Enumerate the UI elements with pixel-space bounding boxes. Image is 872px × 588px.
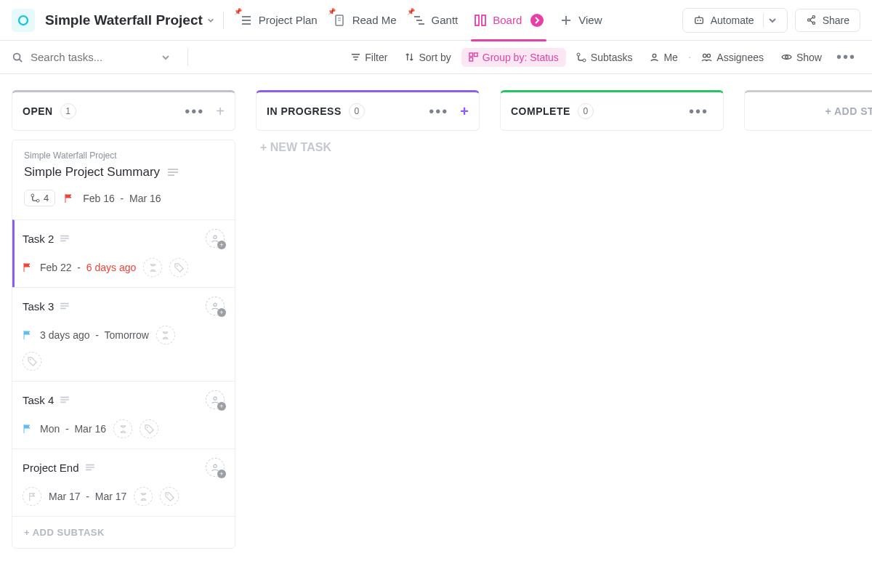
sort-button[interactable]: Sort by (397, 48, 458, 67)
svg-point-25 (214, 235, 217, 238)
svg-point-13 (14, 53, 20, 60)
subtask-title: Task 2 (23, 233, 54, 245)
project-title[interactable]: Simple Waterfall Project (45, 12, 214, 28)
tab-label: View (578, 14, 602, 26)
me-button[interactable]: Me (642, 48, 685, 67)
svg-rect-4 (419, 23, 424, 25)
tab-gantt[interactable]: 📌 Gantt (405, 9, 466, 31)
svg-point-19 (653, 54, 657, 57)
subtask-card[interactable]: Task 3+3 days ago - Tomorrow (12, 287, 235, 381)
task-card-group: Simple Waterfall Project Simple Project … (12, 140, 235, 549)
filter-icon (351, 52, 360, 62)
subtask-count-badge[interactable]: 4 (24, 190, 55, 206)
more-button[interactable]: ••• (832, 49, 860, 65)
date-range[interactable]: Feb 16 - Mar 16 (83, 193, 161, 204)
flag-icon[interactable] (23, 330, 33, 340)
share-icon (806, 15, 817, 25)
tab-label: Gantt (432, 14, 459, 26)
svg-point-18 (583, 59, 586, 62)
task-title: Simple Project Summary (24, 165, 160, 180)
svg-rect-16 (469, 57, 473, 61)
column-add-button[interactable]: + (460, 103, 469, 120)
column-add-button[interactable]: + (216, 103, 225, 120)
svg-point-32 (167, 494, 169, 495)
svg-point-21 (707, 54, 710, 57)
tab-add-view[interactable]: View (552, 9, 609, 31)
task-card[interactable]: Simple Waterfall Project Simple Project … (12, 140, 235, 220)
svg-point-31 (214, 464, 217, 467)
svg-point-27 (214, 303, 217, 306)
description-icon (85, 464, 95, 471)
svg-point-28 (29, 358, 31, 360)
subtasks-button[interactable]: Subtasks (569, 48, 640, 67)
show-button[interactable]: Show (774, 48, 829, 67)
flag-icon[interactable] (64, 193, 74, 204)
gantt-icon (413, 14, 426, 27)
assignee-add-icon[interactable]: + (206, 458, 225, 477)
assignee-add-icon[interactable]: + (206, 390, 225, 409)
column-complete: COMPLETE 0 ••• (500, 90, 724, 572)
logo-icon (17, 14, 30, 27)
svg-rect-7 (695, 17, 703, 23)
column-more-button[interactable]: ••• (424, 103, 453, 120)
chevron-down-icon[interactable] (161, 53, 170, 62)
add-subtask-button[interactable]: + ADD SUBTASK (12, 516, 235, 548)
column-add-status[interactable]: + ADD STAT (744, 90, 872, 572)
automate-button[interactable]: Automate (682, 8, 788, 33)
group-by-button[interactable]: Group by: Status (461, 48, 566, 67)
description-icon (60, 302, 70, 310)
board-next-button[interactable] (530, 14, 544, 27)
tab-label: Board (493, 14, 522, 26)
tab-project-plan[interactable]: 📌 Project Plan (233, 9, 325, 31)
assignee-add-icon[interactable]: + (206, 297, 225, 315)
pin-icon: 📌 (328, 8, 336, 15)
sort-icon (405, 52, 414, 62)
subtask-card[interactable]: Task 2+Feb 22 - 6 days ago (12, 220, 235, 287)
app-logo[interactable] (12, 9, 35, 32)
assignees-button[interactable]: Assignees (694, 48, 771, 67)
date-range[interactable]: Mar 17 - Mar 17 (49, 491, 126, 502)
eye-icon (781, 52, 792, 62)
date-range[interactable]: Mon - Mar 16 (40, 423, 106, 435)
svg-point-22 (786, 56, 788, 59)
assignee-add-icon[interactable]: + (206, 229, 225, 248)
tag-icon[interactable] (160, 487, 179, 506)
tag-icon[interactable] (169, 258, 188, 277)
tag-icon[interactable] (140, 419, 158, 438)
svg-point-8 (697, 20, 698, 21)
share-button[interactable]: Share (795, 9, 860, 32)
date-range[interactable]: Feb 22 - 6 days ago (40, 262, 136, 273)
time-estimate-icon[interactable] (134, 487, 153, 506)
svg-point-23 (31, 194, 34, 197)
column-header-open[interactable]: OPEN 1 ••• + (12, 90, 235, 131)
flag-icon[interactable] (23, 487, 41, 506)
column-header-complete[interactable]: COMPLETE 0 ••• (500, 90, 724, 131)
svg-rect-14 (469, 53, 473, 57)
column-more-button[interactable]: ••• (685, 103, 713, 120)
subtask-title: Task 3 (23, 300, 54, 313)
flag-icon[interactable] (23, 262, 33, 273)
time-estimate-icon[interactable] (113, 419, 132, 438)
subtask-card[interactable]: Project End+Mar 17 - Mar 17 (12, 448, 235, 516)
svg-point-0 (19, 16, 28, 25)
flag-icon[interactable] (23, 424, 33, 434)
date-range[interactable]: 3 days ago - Tomorrow (40, 329, 149, 341)
tab-board[interactable]: Board (467, 9, 551, 31)
search-input[interactable] (31, 51, 154, 63)
new-task-button[interactable]: + NEW TASK (256, 131, 480, 164)
chevron-down-icon (768, 16, 777, 25)
time-estimate-icon[interactable] (156, 326, 175, 345)
filter-button[interactable]: Filter (344, 48, 395, 67)
column-header-in-progress[interactable]: IN PROGRESS 0 ••• + (256, 90, 480, 131)
count-badge: 0 (349, 103, 365, 119)
tab-readme[interactable]: 📌 Read Me (326, 9, 404, 31)
robot-icon (693, 15, 705, 26)
column-more-button[interactable]: ••• (180, 103, 209, 120)
automate-label: Automate (711, 15, 754, 26)
svg-rect-3 (416, 20, 422, 21)
subtask-title: Task 4 (23, 394, 54, 406)
time-estimate-icon[interactable] (143, 258, 162, 277)
subtasks-icon (576, 52, 586, 63)
tag-icon[interactable] (23, 352, 41, 371)
subtask-card[interactable]: Task 4+Mon - Mar 16 (12, 381, 235, 448)
